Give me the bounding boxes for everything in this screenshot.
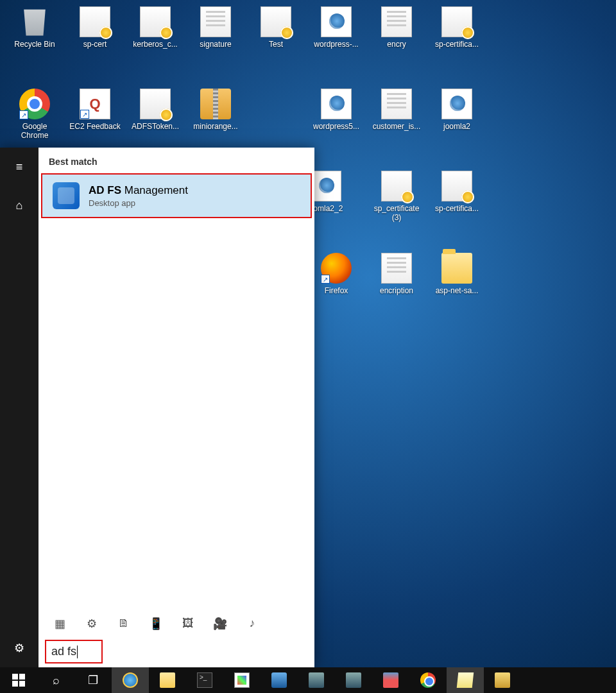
- desktop-icon[interactable]: ↗Firefox: [308, 253, 364, 295]
- start-button[interactable]: [0, 667, 37, 693]
- folder-icon: [441, 253, 472, 284]
- desktop-icon[interactable]: miniorange...: [187, 89, 244, 131]
- shortcut-overlay-icon: ↗: [321, 275, 330, 284]
- desktop-icon-label: signature: [187, 40, 244, 49]
- desktop-icon-label: customer_is...: [368, 122, 425, 131]
- chrome-icon: ↗: [19, 89, 50, 119]
- paint-icon: [234, 672, 250, 688]
- shortcut-overlay-icon: ↗: [19, 110, 28, 119]
- desktop-icon-label: Recycle Bin: [6, 40, 63, 49]
- desktop-icon[interactable]: encry: [368, 6, 425, 49]
- desktop-icon[interactable]: encription: [368, 253, 425, 295]
- qdoc-icon: ↗: [80, 89, 110, 119]
- taskbar-app2[interactable]: [335, 667, 372, 693]
- desktop-icon-label: encription: [368, 286, 425, 295]
- search-filter-5[interactable]: 🎥: [213, 617, 227, 631]
- globe-icon: [441, 89, 472, 119]
- desktop-icon-label: Firefox: [308, 286, 364, 295]
- desktop-icon[interactable]: signature: [187, 6, 244, 49]
- desktop-icon[interactable]: ↗EC2 Feedback: [67, 89, 123, 131]
- desktop-icon-label: sp_certificate (3): [368, 204, 425, 222]
- desktop-icon-label: sp-certifica...: [429, 204, 485, 213]
- taskbar-explorer[interactable]: [149, 667, 186, 693]
- desktop-icon-label: ADFSToken...: [127, 122, 184, 131]
- desktop-icon[interactable]: ↗Google Chrome: [6, 89, 63, 140]
- search-filter-4[interactable]: 🖼: [181, 617, 195, 631]
- globe-icon: [321, 6, 352, 37]
- taskbar-chrome[interactable]: [409, 667, 447, 693]
- doc-icon: [381, 6, 412, 37]
- desktop-icon-label: kerberos_c...: [127, 40, 184, 49]
- desktop-icon[interactable]: wordpress-...: [308, 6, 364, 49]
- shortcut-overlay-icon: ↗: [80, 110, 89, 119]
- taskbar-paint[interactable]: [223, 667, 261, 693]
- desktop-icon-label: sp-cert: [67, 40, 123, 49]
- desktop-icon-label: sp-certifica...: [429, 40, 485, 49]
- cert-icon: [140, 89, 171, 119]
- desktop-icon-label: asp-net-sa...: [429, 286, 485, 295]
- desktop-icon[interactable]: sp-certifica...: [429, 6, 485, 49]
- desktop-icon[interactable]: asp-net-sa...: [429, 253, 485, 295]
- search-icon: ⌕: [53, 674, 60, 687]
- zip-icon: [200, 89, 231, 119]
- search-filter-1[interactable]: ⚙: [85, 617, 99, 631]
- desktop-icon-label: wordpress-...: [308, 40, 364, 49]
- desktop-icon-label: wordpress5...: [308, 122, 364, 131]
- firefox-icon: ↗: [321, 253, 352, 284]
- taskview-icon: ❐: [88, 673, 98, 687]
- taskbar-app1[interactable]: [261, 667, 298, 693]
- search-filter-3[interactable]: 📱: [149, 617, 163, 631]
- desktop-icon[interactable]: Recycle Bin: [6, 6, 63, 49]
- home-icon[interactable]: ⌂: [0, 186, 38, 225]
- search-filter-row: ▦⚙🗎📱🖼🎥♪: [38, 608, 314, 640]
- search-result-adfs[interactable]: AD FS Management Desktop app: [41, 173, 312, 218]
- taskbar-sticky[interactable]: [484, 667, 521, 693]
- desktop-icon[interactable]: wordpress5...: [308, 89, 364, 131]
- globe-icon: [321, 89, 352, 119]
- server-icon: [309, 672, 324, 688]
- search-filter-2[interactable]: 🗎: [117, 617, 131, 631]
- cert-icon: [441, 171, 472, 201]
- doc-icon: [381, 253, 412, 284]
- note-icon: [457, 672, 474, 688]
- desktop-icon-label: encry: [368, 40, 425, 49]
- task-view-button[interactable]: ❐: [74, 667, 112, 693]
- desktop-icon[interactable]: sp-certifica...: [429, 171, 485, 213]
- start-body: Best match AD FS Management Desktop app …: [38, 148, 314, 667]
- taskbar-notepad[interactable]: [447, 667, 484, 693]
- start-icon: [12, 674, 25, 687]
- result-subtitle: Desktop app: [89, 198, 188, 208]
- desktop-icon[interactable]: ADFSToken...: [127, 89, 184, 131]
- folder-icon: [160, 672, 175, 688]
- desktop-icon[interactable]: Test: [248, 6, 304, 49]
- search-input[interactable]: ad fs: [45, 640, 103, 663]
- desktop-icon[interactable]: sp-cert: [67, 6, 123, 49]
- result-title: AD FS Management: [89, 184, 188, 197]
- globe-icon: [311, 171, 341, 201]
- start-rail: ≡ ⌂ ⚙: [0, 148, 38, 667]
- adfs-icon: [53, 182, 80, 209]
- chrome-icon: [420, 672, 436, 688]
- cert-icon: [381, 171, 412, 201]
- menu-icon[interactable]: ≡: [0, 148, 38, 186]
- cert-icon: [140, 6, 171, 37]
- search-button[interactable]: ⌕: [37, 667, 74, 693]
- desktop-icon[interactable]: customer_is...: [368, 89, 425, 131]
- taskbar: ⌕❐: [0, 667, 616, 693]
- desktop-icon[interactable]: joomla2: [429, 89, 485, 131]
- doc-icon: [200, 6, 231, 37]
- taskbar-regedit[interactable]: [372, 667, 409, 693]
- desktop-icon[interactable]: sp_certificate (3): [368, 171, 425, 222]
- server-icon: [346, 672, 361, 688]
- generic-icon: [271, 672, 287, 688]
- taskbar-server-manager[interactable]: [298, 667, 335, 693]
- desktop-icon-label: Test: [248, 40, 304, 49]
- desktop-icon[interactable]: kerberos_c...: [127, 6, 184, 49]
- search-filter-0[interactable]: ▦: [53, 617, 67, 631]
- settings-icon[interactable]: ⚙: [0, 629, 38, 667]
- search-filter-6[interactable]: ♪: [245, 617, 259, 631]
- desktop-icon-label: Google Chrome: [6, 122, 63, 140]
- taskbar-cmd[interactable]: [186, 667, 223, 693]
- ie-icon: [123, 672, 138, 688]
- taskbar-ie[interactable]: [112, 667, 149, 693]
